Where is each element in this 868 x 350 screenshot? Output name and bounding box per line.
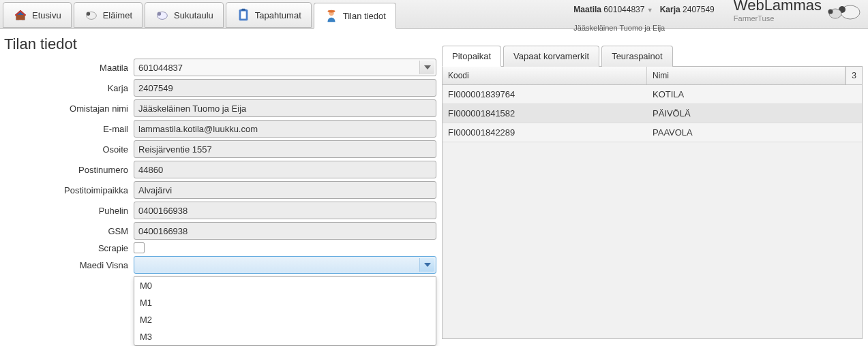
label-postitoimipaikka: Postitoimipaikka (3, 185, 134, 195)
postinumero-input[interactable] (134, 161, 436, 178)
farmer-icon (324, 8, 339, 23)
label-postinumero: Postinumero (3, 165, 134, 175)
maedi-option-m0[interactable]: M0 (134, 277, 436, 294)
table-row[interactable]: FI000001839764 KOTILA (443, 85, 862, 104)
maatila-combo[interactable]: 601044837 (134, 59, 436, 76)
label-karja: Karja (3, 83, 134, 93)
label-maedi-visna: Maedi Visna (3, 260, 134, 270)
svg-point-3 (158, 12, 162, 16)
label-email: E-mail (3, 124, 134, 134)
header-maatila[interactable]: Maatila 601044837 ▼ (573, 5, 653, 14)
brand-subtitle: FarmerTuse (734, 14, 822, 22)
col-header-koodi[interactable]: Koodi (443, 67, 647, 84)
svg-point-1 (86, 12, 90, 16)
gsm-input[interactable] (134, 222, 436, 240)
sheep-logo-icon (826, 0, 863, 20)
tab-label: Tapahtumat (255, 10, 301, 20)
maedi-option-m1[interactable]: M1 (134, 294, 436, 311)
table-row[interactable]: FI000001842289 PAAVOLA (443, 123, 862, 142)
rtab-vapaat-korvamerkit[interactable]: Vapaat korvamerkit (503, 46, 599, 67)
tab-label: Tilan tiedot (343, 11, 386, 21)
maedi-visna-combo[interactable] (134, 256, 436, 274)
label-omistaja: Omistajan nimi (3, 104, 134, 114)
tab-sukutaulu[interactable]: Sukutaulu (145, 2, 224, 28)
rtab-pitopaikat[interactable]: Pitopaikat (442, 46, 501, 67)
svg-point-12 (828, 9, 833, 14)
email-input[interactable] (134, 120, 436, 138)
cell-nimi: PAAVOLA (647, 123, 862, 142)
cell-koodi: FI000001839764 (443, 85, 647, 104)
maedi-option-m3[interactable]: M3 (134, 328, 436, 345)
page-title: Tilan tiedot (3, 31, 436, 59)
label-puhelin: Puhelin (3, 206, 134, 216)
tab-tapahtumat[interactable]: Tapahtumat (226, 2, 312, 28)
pitopaikat-grid: Koodi Nimi 3 FI000001839764 KOTILA FI000… (442, 67, 863, 339)
chevron-down-icon (419, 61, 434, 74)
sheep-icon (84, 7, 99, 22)
tab-label: Etusivu (32, 10, 61, 20)
tab-etusivu[interactable]: Etusivu (3, 2, 72, 28)
cell-koodi: FI000001842289 (443, 123, 647, 142)
table-row[interactable]: FI000001841582 PÄIVÖLÄ (443, 104, 862, 123)
svg-point-8 (327, 10, 335, 13)
tab-elaimet[interactable]: Eläimet (74, 2, 143, 28)
rtab-teuraspainot[interactable]: Teuraspainot (601, 46, 672, 67)
label-maatila: Maatila (3, 63, 134, 73)
label-scrapie: Scrapie (3, 243, 134, 253)
cell-koodi: FI000001841582 (443, 104, 647, 123)
tab-label: Sukutaulu (174, 10, 213, 20)
maedi-option-m2[interactable]: M2 (134, 311, 436, 328)
header-user: Jääskeläinen Tuomo ja Eija (573, 24, 726, 32)
tab-label: Eläimet (103, 10, 132, 20)
clipboard-icon (236, 7, 251, 22)
tab-tilan-tiedot[interactable]: Tilan tiedot (314, 3, 396, 29)
header-karja: Karja 2407549 (660, 5, 715, 14)
svg-rect-5 (241, 12, 245, 19)
label-gsm: GSM (3, 226, 134, 236)
chevron-down-icon: ▼ (647, 7, 653, 14)
cell-nimi: KOTILA (647, 85, 862, 104)
scrapie-checkbox[interactable] (134, 242, 145, 253)
osoite-input[interactable] (134, 140, 436, 158)
postitoimipaikka-input[interactable] (134, 181, 436, 199)
grid-row-count: 3 (845, 67, 862, 84)
cell-nimi: PÄIVÖLÄ (647, 104, 862, 123)
puhelin-input[interactable] (134, 202, 436, 219)
col-header-nimi[interactable]: Nimi (647, 67, 845, 84)
maedi-visna-dropdown: M0 M1 M2 M3 (134, 276, 436, 346)
omistaja-input[interactable] (134, 99, 436, 117)
pedigree-icon (155, 7, 170, 22)
svg-rect-6 (241, 9, 245, 11)
label-osoite: Osoite (3, 144, 134, 155)
karja-input[interactable] (134, 79, 436, 97)
chevron-down-icon (419, 258, 434, 272)
home-icon (13, 7, 28, 22)
brand-title: WebLammas (734, 0, 822, 14)
